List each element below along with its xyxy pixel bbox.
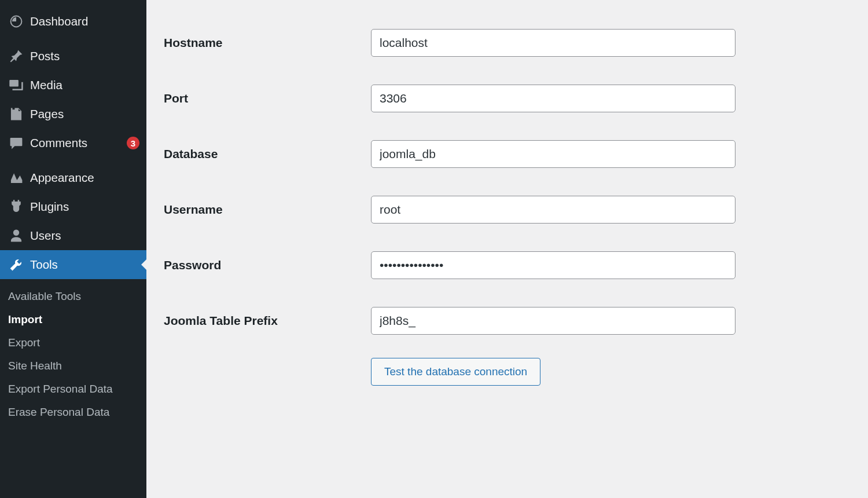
sidebar-item-comments[interactable]: Comments 3 (0, 129, 146, 158)
plugins-icon (8, 199, 24, 215)
sidebar-item-users[interactable]: Users (0, 221, 146, 250)
comments-count-badge: 3 (127, 137, 139, 149)
sidebar-item-dashboard[interactable]: Dashboard (0, 7, 146, 36)
submenu-available-tools[interactable]: Available Tools (0, 285, 146, 308)
sidebar-item-appearance[interactable]: Appearance (0, 163, 146, 192)
sidebar-item-label: Plugins (30, 200, 139, 214)
pages-icon (8, 106, 24, 122)
comments-icon (8, 135, 24, 151)
tools-icon (8, 257, 24, 273)
database-input[interactable] (371, 140, 735, 168)
password-label: Password (164, 251, 371, 307)
users-icon (8, 228, 24, 244)
sidebar-item-label: Pages (30, 107, 139, 121)
port-label: Port (164, 85, 371, 140)
hostname-label: Hostname (164, 29, 371, 85)
sidebar-item-label: Users (30, 229, 139, 243)
sidebar-item-label: Comments (30, 136, 123, 150)
username-label: Username (164, 196, 371, 251)
tools-submenu: Available Tools Import Export Site Healt… (0, 279, 146, 431)
appearance-icon (8, 170, 24, 186)
submenu-export[interactable]: Export (0, 331, 146, 354)
sidebar-item-label: Media (30, 78, 139, 92)
sidebar-item-tools[interactable]: Tools (0, 250, 146, 279)
sidebar-item-plugins[interactable]: Plugins (0, 192, 146, 221)
pin-icon (8, 48, 24, 64)
hostname-input[interactable] (371, 29, 735, 57)
prefix-label: Joomla Table Prefix (164, 307, 371, 335)
sidebar-item-pages[interactable]: Pages (0, 100, 146, 129)
username-input[interactable] (371, 196, 735, 224)
password-input[interactable] (371, 251, 735, 279)
sidebar-item-label: Posts (30, 49, 139, 63)
db-settings-form: Hostname Port Database Username Password… (164, 29, 735, 413)
test-connection-button[interactable]: Test the database connection (371, 358, 540, 386)
admin-sidebar: Dashboard Posts Media Pages Comments 3 A… (0, 0, 146, 498)
submenu-site-health[interactable]: Site Health (0, 354, 146, 378)
database-label: Database (164, 140, 371, 196)
submenu-export-personal-data[interactable]: Export Personal Data (0, 378, 146, 401)
sidebar-item-media[interactable]: Media (0, 71, 146, 100)
port-input[interactable] (371, 85, 735, 112)
sidebar-item-label: Appearance (30, 171, 139, 185)
media-icon (8, 77, 24, 93)
dashboard-icon (8, 13, 24, 30)
prefix-input[interactable] (371, 307, 735, 335)
submenu-erase-personal-data[interactable]: Erase Personal Data (0, 401, 146, 424)
sidebar-item-label: Dashboard (30, 14, 139, 28)
sidebar-item-label: Tools (30, 258, 139, 272)
submenu-import[interactable]: Import (0, 308, 146, 331)
sidebar-item-posts[interactable]: Posts (0, 42, 146, 71)
main-content: Hostname Port Database Username Password… (146, 0, 868, 498)
